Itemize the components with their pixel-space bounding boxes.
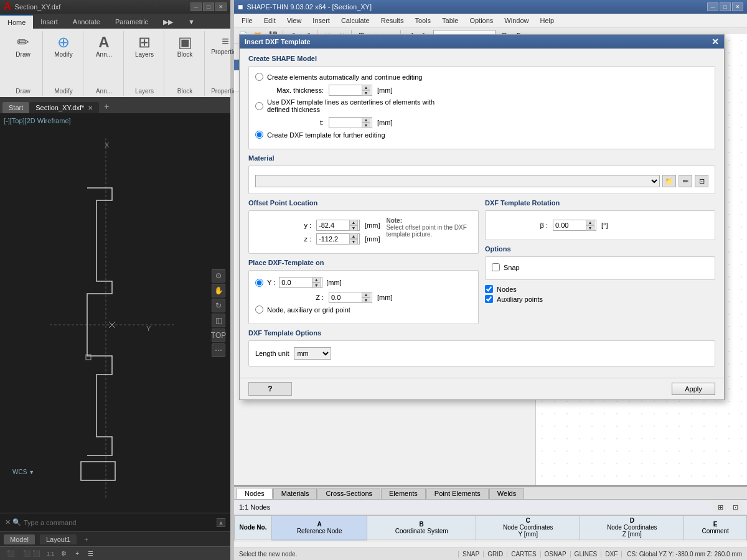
snap-checkbox[interactable] xyxy=(492,263,500,271)
beta-down[interactable]: ▼ xyxy=(586,225,594,231)
menu-options[interactable]: Options xyxy=(464,16,498,26)
vp-pan-btn[interactable]: ✋ xyxy=(212,284,225,297)
tab-parametric[interactable]: Parametric xyxy=(108,15,156,29)
t-input[interactable]: ▲ ▼ xyxy=(329,117,372,128)
add-layout-btn[interactable]: + xyxy=(82,536,90,543)
dialog-close-btn[interactable]: ✕ xyxy=(712,37,719,47)
status-osnap[interactable]: OSNAP xyxy=(541,551,571,558)
menu-tools[interactable]: Tools xyxy=(410,16,436,26)
vp-more-btn[interactable]: ⋯ xyxy=(212,343,225,357)
layers-button[interactable]: ⊞ Layers xyxy=(130,32,159,60)
menu-table[interactable]: Table xyxy=(437,16,463,26)
place-z-value[interactable] xyxy=(329,292,362,302)
shape-close-btn[interactable]: ✕ xyxy=(732,2,743,11)
place-y-up[interactable]: ▲ xyxy=(312,277,321,282)
offset-y-up[interactable]: ▲ xyxy=(349,220,358,225)
tab-section-close[interactable]: ✕ xyxy=(88,105,93,111)
cmd-icon-x[interactable]: ✕ xyxy=(5,518,11,526)
material-delete-btn[interactable]: ⊡ xyxy=(695,175,708,187)
snap-btn[interactable]: ⬛ xyxy=(4,549,17,558)
autocad-minimize-btn[interactable]: ─ xyxy=(190,2,202,11)
panel-tab-cross-sections[interactable]: Cross-Sections xyxy=(317,488,380,499)
panel-ctrl-1[interactable]: ⊞ xyxy=(713,501,727,513)
t-down[interactable]: ▼ xyxy=(362,123,370,128)
ann-button[interactable]: A Ann... xyxy=(90,32,118,60)
place-radio-node[interactable] xyxy=(255,306,263,314)
offset-z-value[interactable] xyxy=(317,234,349,244)
tab-annotate[interactable]: Annotate xyxy=(65,15,108,29)
tab-more[interactable]: ▶▶ xyxy=(156,15,181,29)
material-edit-btn[interactable]: ✏ xyxy=(679,175,692,187)
offset-y-down[interactable]: ▼ xyxy=(349,225,358,231)
vp-top-btn[interactable]: TOP xyxy=(212,329,225,342)
menu-calculate[interactable]: Calculate xyxy=(336,16,375,26)
offset-y-input[interactable]: ▲ ▼ xyxy=(316,220,360,231)
radio-auto[interactable] xyxy=(255,73,263,81)
max-thickness-input[interactable]: ▲ ▼ xyxy=(329,85,372,96)
menu-help[interactable]: Help xyxy=(535,16,559,26)
autocad-close-btn[interactable]: ✕ xyxy=(215,2,227,11)
place-radio-y[interactable] xyxy=(255,279,263,287)
material-browse-btn[interactable]: 📁 xyxy=(662,175,676,187)
menu-insert[interactable]: Insert xyxy=(308,16,335,26)
block-button[interactable]: ▣ Block xyxy=(171,32,199,60)
panel-tab-welds[interactable]: Welds xyxy=(489,488,524,499)
menu-results[interactable]: Results xyxy=(376,16,409,26)
panel-ctrl-2[interactable]: ⊡ xyxy=(728,501,742,513)
status-cartes[interactable]: CARTES xyxy=(507,551,540,558)
offset-y-value[interactable] xyxy=(317,220,349,230)
offset-z-down[interactable]: ▼ xyxy=(349,239,358,245)
shape-restore-btn[interactable]: □ xyxy=(720,2,731,11)
cmd-icon-search[interactable]: 🔍 xyxy=(12,518,21,526)
file-tab-section[interactable]: Section_XY.dxf* ✕ xyxy=(29,102,99,113)
cmd-scroll[interactable]: ▲ xyxy=(217,518,225,527)
length-unit-select[interactable]: mm cm m in ft xyxy=(294,347,331,360)
vp-orbit-btn[interactable]: ↻ xyxy=(212,299,225,312)
beta-value[interactable] xyxy=(553,220,586,230)
vp-zoom-btn[interactable]: ⊙ xyxy=(212,269,225,282)
panel-tab-elements[interactable]: Elements xyxy=(381,488,426,499)
status-snap[interactable]: SNAP xyxy=(459,551,484,558)
max-thickness-value[interactable] xyxy=(329,85,362,95)
tab-insert[interactable]: Insert xyxy=(33,15,65,29)
tab-add-btn[interactable]: + xyxy=(99,100,114,113)
help-button[interactable]: ? xyxy=(248,382,292,396)
max-thickness-down[interactable]: ▼ xyxy=(362,90,370,96)
grid-snap-btn[interactable]: ⬛ ⬛ xyxy=(20,549,43,558)
model-tab[interactable]: Model xyxy=(4,534,35,544)
menu-view[interactable]: View xyxy=(282,16,307,26)
t-value[interactable] xyxy=(329,118,362,128)
settings-btn[interactable]: ⚙ xyxy=(58,549,70,558)
modify-button[interactable]: ⊕ Modify xyxy=(49,32,78,60)
material-select[interactable] xyxy=(255,175,660,187)
status-grid[interactable]: GRID xyxy=(484,551,507,558)
drawing-area[interactable]: [-][Top][2D Wireframe] WCS ▼ Y X xyxy=(0,113,230,513)
aux-checkbox[interactable] xyxy=(485,295,493,303)
apply-button[interactable]: Apply xyxy=(672,383,715,395)
offset-z-up[interactable]: ▲ xyxy=(349,233,358,239)
status-dxf[interactable]: DXF xyxy=(601,551,622,558)
max-thickness-up[interactable]: ▲ xyxy=(362,85,370,90)
menu-btn[interactable]: ☰ xyxy=(85,549,96,558)
tab-extra[interactable]: ▼ xyxy=(181,15,202,29)
menu-window[interactable]: Window xyxy=(499,16,533,26)
panel-tab-materials[interactable]: Materials xyxy=(273,488,317,499)
beta-input[interactable]: ▲ ▼ xyxy=(553,220,596,231)
place-y-input[interactable]: ▲ ▼ xyxy=(279,277,322,288)
menu-file[interactable]: File xyxy=(237,16,258,26)
radio-dxf[interactable] xyxy=(255,102,263,110)
draw-button[interactable]: ✏ Draw xyxy=(9,32,37,60)
place-y-down[interactable]: ▼ xyxy=(312,282,321,288)
panel-tab-nodes[interactable]: Nodes xyxy=(237,488,273,499)
place-y-value[interactable] xyxy=(280,278,312,287)
panel-tab-point-elements[interactable]: Point Elements xyxy=(426,488,489,499)
status-glines[interactable]: GLINES xyxy=(571,551,602,558)
command-input[interactable] xyxy=(24,519,214,526)
layout1-tab[interactable]: Layout1 xyxy=(40,534,77,544)
file-tab-start[interactable]: Start xyxy=(2,102,29,113)
tab-home[interactable]: Home xyxy=(0,15,33,29)
radio-create-dxf[interactable] xyxy=(255,131,263,139)
t-up[interactable]: ▲ xyxy=(362,117,370,123)
place-z-down[interactable]: ▼ xyxy=(362,297,370,303)
plus-btn[interactable]: + xyxy=(72,549,82,558)
